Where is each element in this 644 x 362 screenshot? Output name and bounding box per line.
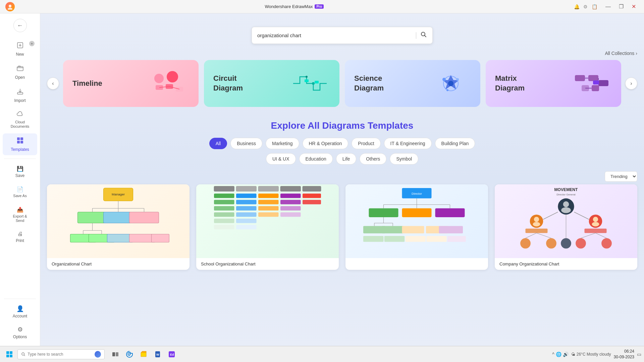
sidebar-item-open[interactable]: Open [3,61,37,83]
carousel-card-matrix[interactable]: MatrixDiagram [486,60,621,107]
sidebar-item-templates[interactable]: Templates [3,133,37,155]
new-icon [16,42,24,51]
sidebar-item-print[interactable]: 🖨 Print [3,228,37,246]
svg-rect-67 [280,194,301,198]
carousel-card-timeline[interactable]: Timeline [63,60,199,107]
svg-rect-64 [214,194,234,198]
carousel-card-science[interactable]: ScienceDiagram [345,60,480,107]
sidebar-item-options[interactable]: ⚙ Options [3,322,37,343]
show-desktop-button[interactable]: ▭ [637,352,641,357]
explorer-icon [140,351,147,358]
speaker-icon[interactable]: 🔊 [563,352,569,357]
taskbar-search-input[interactable] [28,352,91,357]
svg-rect-75 [236,206,257,210]
sidebar-new-label: New [16,52,24,57]
close-button[interactable]: ✕ [629,3,639,10]
template-card-2[interactable]: School Organizational Chart [196,184,339,270]
back-button[interactable]: ← [13,19,27,32]
svg-rect-93 [369,208,398,217]
svg-line-133 [581,233,596,238]
svg-rect-58 [152,234,169,242]
search-button[interactable] [420,31,427,40]
svg-line-122 [574,212,589,220]
taskbar-app-edraw[interactable]: Ed [165,348,178,361]
svg-point-125 [520,238,531,249]
taskbar-app-explorer[interactable] [137,348,150,361]
save-icon: 💾 [17,166,23,172]
svg-rect-65 [236,194,257,198]
tray-icons: ^ 🌐 🔊 [552,352,569,357]
svg-point-114 [561,207,571,213]
svg-rect-82 [214,219,234,223]
sidebar-item-new[interactable]: New + [3,38,37,60]
sidebar-item-import[interactable]: Import [3,84,37,106]
svg-rect-136 [10,351,12,354]
sidebar-item-save[interactable]: 💾 Save [3,162,37,181]
filter-product[interactable]: Product [352,138,380,149]
restore-button[interactable]: ❐ [616,3,626,10]
svg-point-113 [563,201,569,207]
taskbar-app-taskview[interactable] [109,348,122,361]
filter-building[interactable]: Building Plan [435,138,475,149]
carousel-next-button[interactable]: › [625,77,637,89]
network-icon[interactable]: 🌐 [556,352,561,357]
svg-point-1 [8,8,12,10]
filter-hr[interactable]: HR & Operation [303,138,348,149]
filter-ui[interactable]: UI & UX [266,153,296,165]
filter-life[interactable]: Life [336,153,357,165]
sort-select[interactable]: Trending Newest Popular [605,171,637,182]
svg-rect-32 [588,75,598,81]
search-input[interactable] [257,33,412,38]
windows-icon [6,351,13,358]
collections-header: All Collections › [47,51,637,56]
svg-rect-135 [6,351,9,354]
explore-colored-text: All Diagrams Templates [308,120,413,131]
taskbar-apps: W Ed [109,348,178,361]
filter-business[interactable]: Business [230,138,262,149]
svg-point-117 [533,222,540,226]
taskbar-app-edge[interactable] [123,348,136,361]
svg-rect-71 [258,200,279,204]
sidebar-divider-1 [4,159,36,159]
user-avatar[interactable] [5,2,15,11]
filter-it[interactable]: IT & Engineering [384,138,432,149]
all-collections-link[interactable]: All Collections › [605,51,637,56]
taskbar-app-word[interactable]: W [151,348,164,361]
svg-rect-10 [17,141,20,143]
svg-rect-68 [303,194,321,198]
minimize-button[interactable]: — [603,3,613,10]
filter-symbol[interactable]: Symbol [390,153,418,165]
chevron-up-icon[interactable]: ^ [552,352,554,357]
svg-point-127 [561,238,571,249]
sidebar-item-account[interactable]: 👤 Account [3,302,37,322]
sidebar-item-save-as[interactable]: 📄 Save As [3,183,37,201]
filter-all[interactable]: All [209,138,227,149]
template-card-3[interactable]: Director [345,184,488,270]
svg-text:W: W [156,353,159,356]
sidebar-open-label: Open [15,75,25,80]
svg-rect-47 [78,212,107,223]
carousel-prev-button[interactable]: ‹ [47,77,59,89]
sidebar-item-cloud[interactable]: CloudDocuments [3,108,37,132]
sidebar-item-export[interactable]: 📤 Export &Send [3,203,37,226]
svg-rect-108 [426,236,447,242]
search-section [40,13,644,51]
taskbar-search[interactable] [17,349,105,359]
filter-marketing[interactable]: Marketing [266,138,299,149]
carousel-card-circuit[interactable]: CircuitDiagram [204,60,339,107]
org-chart-svg-1: Manager [47,184,190,258]
svg-rect-31 [575,75,585,81]
filter-others[interactable]: Others [360,153,386,165]
svg-point-21 [312,82,315,85]
template-card-1[interactable]: Manager [47,184,190,270]
template-card-4[interactable]: MOVEMENT Director General [495,184,637,270]
svg-rect-84 [214,225,234,229]
science-icon [431,70,471,97]
sidebar-import-label: Import [14,98,25,103]
template-thumb-3: Director [345,184,488,258]
filter-education[interactable]: Education [299,153,333,165]
start-button[interactable] [3,348,16,361]
window-controls[interactable]: 🔔 ⚙ 📋 — ❐ ✕ [574,3,639,10]
weather-widget[interactable]: 🌤 26°C Mostly cloudy [571,352,611,357]
system-clock[interactable]: 06:24 30-09-2023 [614,349,634,360]
